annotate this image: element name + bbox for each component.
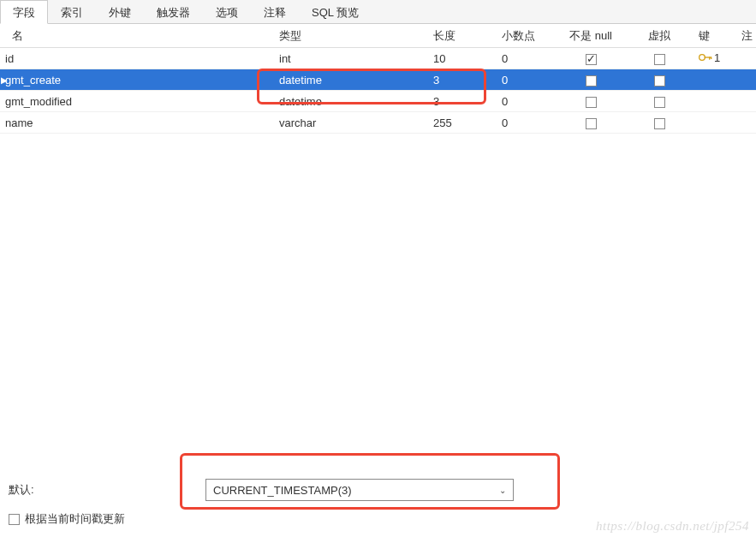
- virtual-checkbox[interactable]: [654, 118, 665, 129]
- tab-triggers[interactable]: 触发器: [144, 0, 203, 23]
- fields-table: 名 类型 长度 小数点 不是 null 虚拟 键 注 idint1001▶gmt…: [0, 24, 756, 134]
- cell-type[interactable]: datetime: [274, 70, 428, 90]
- tab-indexes[interactable]: 索引: [48, 0, 96, 23]
- table-header: 名 类型 长度 小数点 不是 null 虚拟 键 注: [0, 24, 756, 48]
- tab-comment[interactable]: 注释: [251, 0, 299, 23]
- notnull-checkbox[interactable]: [586, 75, 597, 87]
- notnull-checkbox[interactable]: [586, 97, 597, 108]
- cell-name[interactable]: name: [0, 113, 274, 133]
- cell-virtual[interactable]: [625, 112, 693, 132]
- col-header-decimal[interactable]: 小数点: [497, 25, 557, 47]
- cell-notnull[interactable]: [557, 69, 625, 89]
- col-header-type[interactable]: 类型: [274, 25, 428, 47]
- svg-point-0: [699, 55, 705, 61]
- cell-notnull[interactable]: [557, 112, 625, 132]
- col-header-name[interactable]: 名: [0, 25, 274, 47]
- notnull-checkbox[interactable]: [586, 118, 597, 129]
- col-header-extra[interactable]: 注: [736, 25, 753, 47]
- default-value-select[interactable]: CURRENT_TIMESTAMP(3) ⌄: [205, 479, 514, 501]
- key-number: 1: [714, 51, 720, 64]
- cell-length[interactable]: 3: [428, 70, 497, 90]
- svg-rect-2: [709, 57, 710, 60]
- update-on-timestamp-checkbox[interactable]: [9, 514, 20, 525]
- cell-notnull[interactable]: [557, 48, 625, 68]
- cell-notnull[interactable]: [557, 91, 625, 110]
- update-on-timestamp-label: 根据当前时间戳更新: [25, 511, 125, 527]
- cell-decimal[interactable]: 0: [497, 113, 557, 133]
- virtual-checkbox[interactable]: [654, 54, 665, 65]
- col-header-virtual[interactable]: 虚拟: [625, 25, 693, 47]
- cell-type[interactable]: datetime: [274, 92, 428, 111]
- cell-decimal[interactable]: 0: [497, 70, 557, 90]
- col-header-key[interactable]: 键: [693, 25, 736, 47]
- watermark-text: https://blog.csdn.net/jpf254: [596, 519, 749, 534]
- default-label: 默认:: [9, 482, 205, 498]
- chevron-down-icon: ⌄: [499, 486, 506, 495]
- row-marker-icon: ▶: [0, 75, 9, 85]
- cell-type[interactable]: varchar: [274, 113, 428, 133]
- tab-fields[interactable]: 字段: [0, 0, 48, 24]
- cell-length[interactable]: 3: [428, 92, 497, 111]
- tab-options[interactable]: 选项: [203, 0, 251, 23]
- cell-key[interactable]: [693, 98, 736, 104]
- virtual-checkbox[interactable]: [654, 75, 665, 87]
- svg-rect-3: [711, 57, 711, 60]
- cell-virtual[interactable]: [625, 48, 693, 68]
- cell-virtual[interactable]: [625, 91, 693, 110]
- cell-type[interactable]: int: [274, 49, 428, 69]
- col-header-notnull[interactable]: 不是 null: [557, 25, 625, 47]
- col-header-length[interactable]: 长度: [428, 25, 497, 47]
- cell-length[interactable]: 10: [428, 49, 497, 69]
- cell-key[interactable]: 1: [693, 48, 736, 69]
- tab-bar: 字段 索引 外键 触发器 选项 注释 SQL 预览: [0, 0, 756, 24]
- key-icon: [699, 52, 712, 63]
- virtual-checkbox[interactable]: [654, 97, 665, 108]
- table-row[interactable]: idint1001: [0, 48, 756, 69]
- default-value-text: CURRENT_TIMESTAMP(3): [213, 484, 352, 497]
- cell-length[interactable]: 255: [428, 113, 497, 133]
- table-row[interactable]: ▶gmt_createdatetime30: [0, 69, 756, 91]
- cell-name[interactable]: gmt_modified: [0, 92, 274, 111]
- tab-sql-preview[interactable]: SQL 预览: [299, 0, 372, 23]
- cell-name[interactable]: gmt_create: [0, 70, 274, 90]
- notnull-checkbox[interactable]: [586, 54, 597, 65]
- cell-key[interactable]: [693, 76, 736, 83]
- tab-foreign-keys[interactable]: 外键: [96, 0, 144, 23]
- cell-virtual[interactable]: [625, 69, 693, 89]
- cell-decimal[interactable]: 0: [497, 49, 557, 69]
- cell-decimal[interactable]: 0: [497, 92, 557, 111]
- table-row[interactable]: namevarchar2550: [0, 112, 756, 134]
- cell-key[interactable]: [693, 119, 736, 126]
- table-row[interactable]: gmt_modifieddatetime30: [0, 91, 756, 112]
- svg-rect-1: [705, 57, 711, 58]
- cell-name[interactable]: id: [0, 49, 274, 69]
